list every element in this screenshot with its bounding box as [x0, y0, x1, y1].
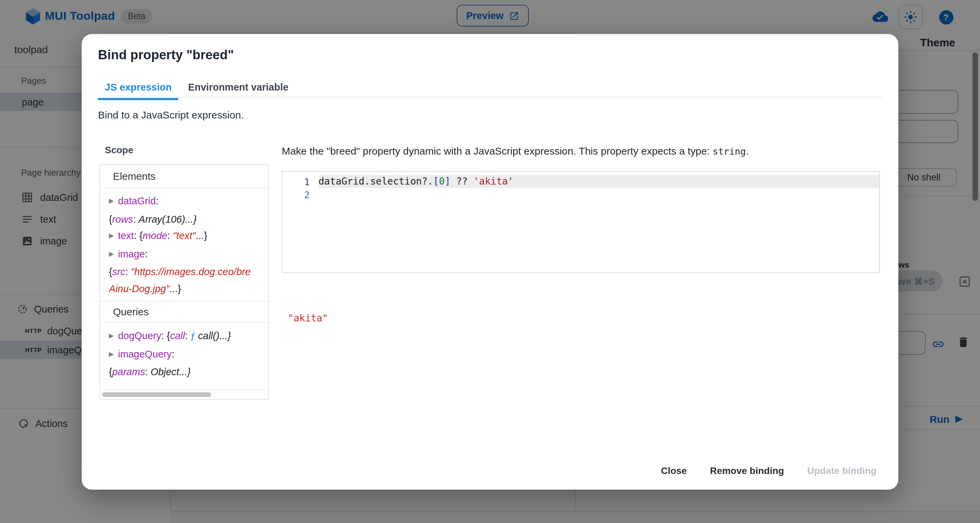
tree-prop: mode: [143, 230, 167, 241]
tree-key: text: [118, 230, 134, 241]
tree-punct: :: [125, 266, 130, 277]
editor-line-2[interactable]: 2: [282, 188, 879, 201]
elements-header: Elements: [100, 165, 268, 188]
code-token: 0: [439, 176, 445, 187]
expand-arrow-icon[interactable]: ▶: [109, 228, 114, 244]
tree-punct: : {: [134, 230, 143, 241]
tree-punct: :: [145, 248, 148, 259]
remove-binding-button[interactable]: Remove binding: [700, 459, 794, 482]
tree-punct: :: [172, 348, 175, 359]
tree-value: call()...}: [195, 330, 231, 341]
expand-arrow-icon[interactable]: ▶: [109, 328, 114, 344]
tree-key: imageQuery: [118, 348, 172, 359]
tree-punct: : {: [161, 330, 170, 341]
tree-item-image[interactable]: ▶image:: [109, 246, 259, 263]
tree-value: Object...}: [151, 367, 191, 377]
code-token: ]: [445, 176, 450, 187]
tree-punct: :: [156, 195, 159, 206]
tree-punct: {: [109, 266, 112, 277]
tree-punct: {: [109, 214, 112, 224]
tree-key: image: [118, 248, 145, 259]
dialog-actions: Close Remove binding Update binding: [651, 458, 886, 483]
function-glyph: ƒ: [190, 330, 195, 341]
tree-string: "text": [173, 230, 196, 241]
helper-text-pre: Make the "breed" property dynamic with a…: [282, 145, 713, 156]
tree-punct: ...}: [169, 283, 181, 294]
tree-item-image-preview: {src: "https://images.dog.ceo/bre: [109, 263, 259, 280]
tree-punct: :: [145, 367, 150, 377]
tree-prop: call: [170, 330, 185, 341]
editor-line-1[interactable]: 1 dataGrid.selection?.[0] ?? 'akita': [282, 175, 879, 188]
code-line[interactable]: dataGrid.selection?.[0] ?? 'akita': [318, 175, 879, 188]
tree-item-datagrid-preview: {rows: Array(106)...}: [109, 211, 259, 228]
expression-result: "akita": [288, 313, 328, 324]
code-token: 'akita': [473, 176, 514, 187]
tree-punct: :: [133, 214, 138, 224]
code-token: [: [433, 176, 439, 187]
helper-text-post: .: [746, 145, 749, 156]
tree-item-text[interactable]: ▶text: {mode: "text"...}: [109, 228, 259, 246]
close-button[interactable]: Close: [651, 459, 696, 482]
elements-tree: ▶dataGrid: {rows: Array(106)...} ▶text: …: [100, 188, 268, 301]
dialog-description: Bind to a JavaScript expression.: [98, 109, 244, 121]
tree-string: Ainu-Dog.jpg": [109, 283, 169, 294]
code-line[interactable]: [318, 188, 879, 201]
tree-item-imagequery[interactable]: ▶imageQuery:: [109, 346, 259, 364]
tree-prop: src: [112, 266, 126, 277]
scope-horizontal-scrollbar[interactable]: [100, 389, 268, 399]
expand-arrow-icon[interactable]: ▶: [109, 193, 114, 209]
tree-punct: :: [185, 330, 190, 341]
tree-item-image-preview2: Ainu-Dog.jpg"...}: [109, 280, 259, 297]
scrollbar-thumb[interactable]: [102, 392, 211, 397]
expand-arrow-icon[interactable]: ▶: [109, 346, 114, 362]
js-expression-editor[interactable]: 1 dataGrid.selection?.[0] ?? 'akita' 2: [282, 171, 880, 273]
tree-key: dataGrid: [118, 195, 156, 206]
expected-type: string: [713, 146, 746, 156]
expand-arrow-icon[interactable]: ▶: [109, 246, 114, 262]
tree-key: dogQuery: [118, 330, 161, 341]
dialog-title: Bind property "breed": [98, 48, 234, 63]
tree-item-datagrid[interactable]: ▶dataGrid:: [109, 193, 259, 211]
tree-value: Array(106)...}: [138, 214, 197, 224]
line-number: 2: [282, 189, 318, 200]
code-token: ??: [450, 176, 473, 187]
tree-item-imagequery-preview: {params: Object...}: [109, 364, 259, 380]
queries-tree: ▶dogQuery: {call: ƒ call()...} ▶imageQue…: [100, 323, 268, 389]
tree-prop: rows: [112, 214, 133, 224]
update-binding-button[interactable]: Update binding: [798, 459, 886, 482]
tree-punct: {: [109, 367, 112, 377]
tree-prop: params: [112, 367, 145, 377]
tree-string: "https://images.dog.ceo/bre: [131, 266, 251, 277]
scope-panel: Elements ▶dataGrid: {rows: Array(106)...…: [99, 164, 269, 400]
tree-item-dogquery[interactable]: ▶dogQuery: {call: ƒ call()...}: [109, 328, 259, 346]
helper-text: Make the "breed" property dynamic with a…: [282, 145, 894, 156]
scope-label: Scope: [105, 144, 134, 155]
code-token: dataGrid.selection?.: [318, 176, 433, 187]
tree-punct: :: [167, 230, 173, 241]
scope-queries-header: Queries: [100, 301, 268, 323]
bind-property-dialog: Bind property "breed" JS expression Envi…: [82, 34, 898, 490]
line-number: 1: [282, 176, 318, 187]
tree-punct: ...}: [196, 230, 207, 241]
